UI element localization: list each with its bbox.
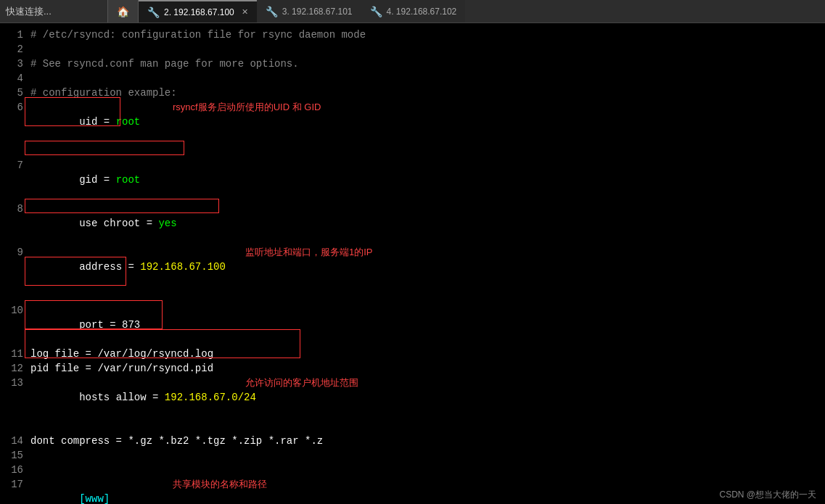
home-icon: 🏠: [117, 6, 129, 17]
line-num-9: 9: [6, 245, 23, 260]
code-line-5: 5 # configuration example:: [6, 86, 825, 100]
code-line-15: 15: [6, 448, 825, 463]
line-num-13: 13: [6, 376, 23, 390]
line-num-16: 16: [6, 463, 23, 477]
code-line-13: 13 hosts allow = 192.168.67.0/24 允许访问的客户…: [6, 376, 825, 434]
credit-text: CSDN @想当大佬的一天: [719, 489, 816, 500]
code-line-17: 17 [www] 共享模块的名称和路径: [6, 477, 825, 504]
line-num-4: 4: [6, 71, 23, 86]
annotation-module: 共享模块的名称和路径: [173, 477, 267, 492]
line-content-9: address = 192.168.67.100 监听地址和端口，服务端1的IP: [30, 245, 825, 303]
bottom-bar: CSDN @想当大佬的一天: [710, 486, 825, 504]
code-line-12: 12 pid file = /var/run/rsyncd.pid: [6, 361, 825, 376]
code-container: 1 # /etc/rsyncd: configuration file for …: [0, 28, 825, 504]
annotation-hosts: 允许访问的客户机地址范围: [245, 376, 358, 390]
quick-connect-label: 快速连接...: [6, 6, 52, 17]
line-num-10: 10: [6, 303, 23, 318]
line-num-12: 12: [6, 361, 23, 376]
tab-3[interactable]: 🔧 4. 192.168.67.102: [361, 0, 466, 22]
line-num-5: 5: [6, 86, 23, 100]
line-content-13: hosts allow = 192.168.67.0/24 允许访问的客户机地址…: [30, 376, 825, 434]
tab-2[interactable]: 🔧 3. 192.168.67.101: [257, 0, 361, 22]
annotation-uid-gid: rsyncf服务启动所使用的UID 和 GID: [173, 100, 321, 115]
code-line-6: 6 uid = root rsyncf服务启动所使用的UID 和 GID: [6, 100, 825, 158]
tab-home[interactable]: 🏠: [107, 0, 139, 22]
line-content-12: pid file = /var/run/rsyncd.pid: [30, 361, 825, 376]
line-content-10: port = 873: [30, 303, 825, 347]
line-content-11: log file = /var/log/rsyncd.log: [30, 347, 825, 361]
tab2-label: 3. 192.168.67.101: [282, 7, 353, 17]
line-content-6: uid = root rsyncf服务启动所使用的UID 和 GID: [30, 100, 825, 158]
code-line-2: 2: [6, 42, 825, 57]
tab1-close[interactable]: ✕: [242, 7, 248, 17]
code-line-11: 11 log file = /var/log/rsyncd.log: [6, 347, 825, 361]
line-num-7: 7: [6, 158, 23, 173]
code-line-7: 7 gid = root: [6, 158, 825, 202]
code-line-14: 14 dont compress = *.gz *.bz2 *.tgz *.zi…: [6, 434, 825, 448]
line-content-8: use chroot = yes: [30, 202, 825, 245]
code-line-1: 1 # /etc/rsyncd: configuration file for …: [6, 28, 825, 42]
quick-connect[interactable]: 快速连接...: [6, 5, 107, 18]
line-content-17: [www] 共享模块的名称和路径: [30, 477, 825, 504]
code-line-8: 8 use chroot = yes: [6, 202, 825, 245]
code-line-3: 3 # See rsyncd.conf man page for more op…: [6, 57, 825, 71]
tab-bar: 🏠 🔧 2. 192.168.67.100 ✕ 🔧 3. 192.168.67.…: [107, 0, 819, 22]
line-num-11: 11: [6, 347, 23, 361]
annotation-address: 监听地址和端口，服务端1的IP: [245, 245, 373, 260]
code-line-10: 10 port = 873: [6, 303, 825, 347]
line-content-7: gid = root: [30, 158, 825, 202]
line-num-17: 17: [6, 477, 23, 492]
code-line-16: 16: [6, 463, 825, 477]
tab2-icon: 🔧: [266, 6, 278, 17]
line-num-8: 8: [6, 202, 23, 216]
tab-1[interactable]: 🔧 2. 192.168.67.100 ✕: [139, 0, 257, 22]
line-num-1: 1: [6, 28, 23, 42]
line-num-14: 14: [6, 434, 23, 448]
tab1-label: 2. 192.168.67.100: [164, 7, 234, 17]
line-num-2: 2: [6, 42, 23, 57]
code-line-4: 4: [6, 71, 825, 86]
tab1-icon: 🔧: [147, 7, 160, 18]
tab3-label: 4. 192.168.67.102: [387, 7, 457, 17]
code-line-9: 9 address = 192.168.67.100 监听地址和端口，服务端1的…: [6, 245, 825, 303]
line-content-5: # configuration example:: [30, 86, 825, 100]
line-content-1: # /etc/rsyncd: configuration file for rs…: [30, 28, 825, 42]
line-content-14: dont compress = *.gz *.bz2 *.tgz *.zip *…: [30, 434, 825, 448]
line-num-3: 3: [6, 57, 23, 71]
terminal-main: 1 # /etc/rsyncd: configuration file for …: [0, 23, 825, 504]
line-content-3: # See rsyncd.conf man page for more opti…: [30, 57, 825, 71]
line-num-6: 6: [6, 100, 23, 115]
line-num-15: 15: [6, 448, 23, 463]
tab3-icon: 🔧: [370, 6, 382, 17]
titlebar: 快速连接... 🏠 🔧 2. 192.168.67.100 ✕ 🔧 3. 192…: [0, 0, 825, 23]
